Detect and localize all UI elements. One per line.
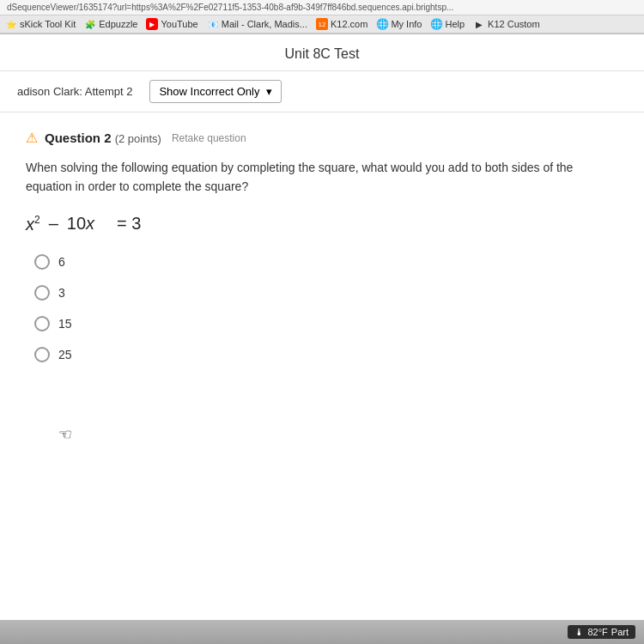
retake-link[interactable]: Retake question (172, 132, 246, 144)
page-title-area: Unit 8C Test (0, 34, 644, 71)
question-points: (2 points) (115, 132, 161, 145)
equation-part2: 10x (67, 214, 94, 234)
radio-button-3[interactable] (34, 316, 50, 331)
globe-icon-myinfo: 🌐 (376, 18, 388, 30)
answer-option-3[interactable]: 15 (34, 316, 618, 331)
bookmark-k12-label: K12.com (331, 19, 368, 29)
answer-options: 6 3 15 25 (34, 254, 618, 362)
bookmark-myinfo[interactable]: 🌐 My Info (376, 18, 422, 30)
bookmark-mail-label: Mail - Clark, Madis... (222, 19, 307, 29)
page-title: Unit 8C Test (17, 46, 627, 62)
radio-button-1[interactable] (34, 254, 50, 270)
url-bar: dSequenceViewer/1635174?url=https%3A%2F%… (0, 0, 644, 15)
equation-minus: – (49, 214, 58, 234)
question-area: ⚠ Question 2 (2 points) Retake question … (0, 112, 644, 380)
warning-icon: ⚠ (26, 130, 38, 146)
arrow-icon: ▶ (473, 18, 485, 30)
bookmark-edpuzzle-label: Edpuzzle (99, 19, 137, 29)
answer-option-4[interactable]: 25 (34, 347, 618, 362)
bookmark-skick-label: sKick Tool Kit (20, 19, 76, 29)
radio-button-4[interactable] (34, 347, 50, 362)
youtube-icon: ▶ (146, 18, 158, 30)
question-header: ⚠ Question 2 (2 points) Retake question (26, 130, 618, 146)
bookmark-mail[interactable]: 📧 Mail - Clark, Madis... (207, 18, 307, 30)
weather-temp: 82°F (587, 627, 607, 637)
puzzle-icon: 🧩 (84, 18, 96, 30)
bookmark-k12[interactable]: 12 K12.com (316, 18, 368, 30)
bookmark-edpuzzle[interactable]: 🧩 Edpuzzle (84, 18, 137, 30)
taskbar: 🌡 82°F Part (0, 620, 644, 644)
question-text: When solving the following equation by c… (26, 158, 618, 197)
filter-dropdown[interactable]: Show Incorrect Only ▾ (149, 80, 282, 103)
bookmark-skick[interactable]: ⭐ sKick Tool Kit (5, 18, 76, 30)
bookmarks-bar: ⭐ sKick Tool Kit 🧩 Edpuzzle ▶ YouTube 📧 … (0, 15, 644, 33)
question-number: Question 2 (45, 131, 112, 145)
option-text-4: 25 (58, 348, 72, 361)
mail-icon: 📧 (207, 18, 219, 30)
k12-icon: 12 (316, 18, 328, 30)
bookmark-myinfo-label: My Info (391, 19, 422, 29)
globe-icon-help: 🌐 (430, 18, 442, 30)
filter-bar: adison Clark: Attempt 2 Show Incorrect O… (0, 71, 644, 112)
student-label: adison Clark: Attempt 2 (17, 85, 132, 98)
equation-part1: x2 (26, 214, 40, 234)
equation-equals: = 3 (117, 214, 141, 234)
filter-dropdown-label: Show Incorrect Only (159, 85, 259, 98)
cursor-pointer: ☞ (58, 425, 72, 444)
bookmark-help[interactable]: 🌐 Help (430, 18, 465, 30)
chevron-down-icon: ▾ (266, 85, 272, 98)
star-icon: ⭐ (5, 18, 17, 30)
bookmark-youtube[interactable]: ▶ YouTube (146, 18, 197, 30)
equation-display: x2 – 10x = 3 (26, 214, 618, 234)
radio-button-2[interactable] (34, 285, 50, 301)
bookmark-youtube-label: YouTube (161, 19, 197, 29)
answer-option-2[interactable]: 3 (34, 285, 618, 301)
bookmark-k12custom[interactable]: ▶ K12 Custom (473, 18, 540, 30)
weather-badge: 🌡 82°F Part (568, 625, 635, 639)
option-text-1: 6 (58, 255, 65, 269)
bookmark-help-label: Help (445, 19, 465, 29)
weather-status: Part (611, 627, 629, 637)
page-content: Unit 8C Test adison Clark: Attempt 2 Sho… (0, 34, 644, 627)
weather-icon: 🌡 (574, 627, 584, 637)
question-label: Question 2 (2 points) (45, 131, 161, 145)
option-text-2: 3 (58, 286, 65, 300)
option-text-3: 15 (58, 317, 72, 331)
answer-option-1[interactable]: 6 (34, 254, 618, 270)
bookmark-k12custom-label: K12 Custom (488, 19, 540, 29)
